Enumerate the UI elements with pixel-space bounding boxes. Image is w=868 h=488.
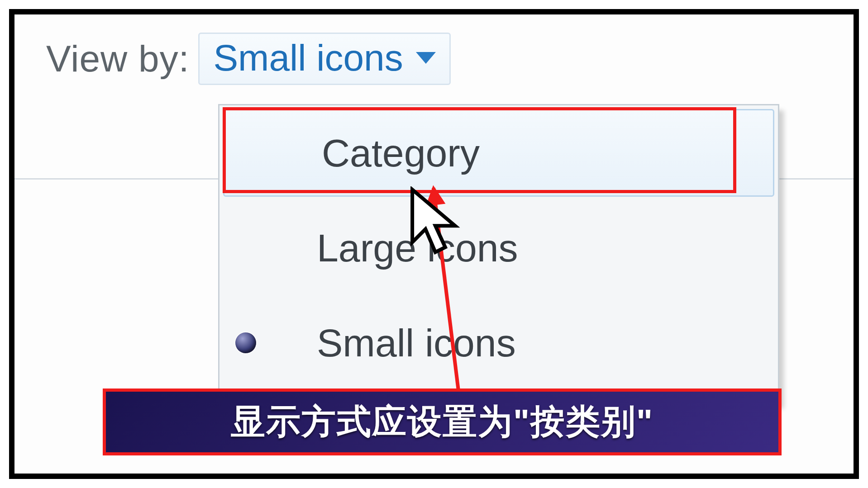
annotation-caption-box: 显示方式应设置为"按类别" <box>103 389 782 455</box>
screenshot-frame: View by: Small icons Category Large icon… <box>9 9 859 479</box>
menu-item-label: Large icons <box>317 226 518 270</box>
view-by-dropdown[interactable]: Small icons <box>198 33 450 85</box>
view-by-label: View by: <box>46 38 189 80</box>
view-by-row: View by: Small icons <box>46 33 451 85</box>
menu-item-label: Small icons <box>317 321 516 365</box>
view-by-current-value: Small icons <box>213 37 403 79</box>
menu-item-label: Category <box>322 131 480 175</box>
radio-selected-icon <box>235 332 256 353</box>
annotation-caption-text: 显示方式应设置为"按类别" <box>231 399 653 445</box>
view-by-menu: Category Large icons Small icons <box>218 104 779 403</box>
menu-item-large-icons[interactable]: Large icons <box>219 200 778 295</box>
menu-item-category[interactable]: Category <box>223 109 774 197</box>
menu-item-small-icons[interactable]: Small icons <box>219 295 778 390</box>
chevron-down-icon <box>416 52 436 64</box>
menu-radio-column <box>235 332 317 353</box>
